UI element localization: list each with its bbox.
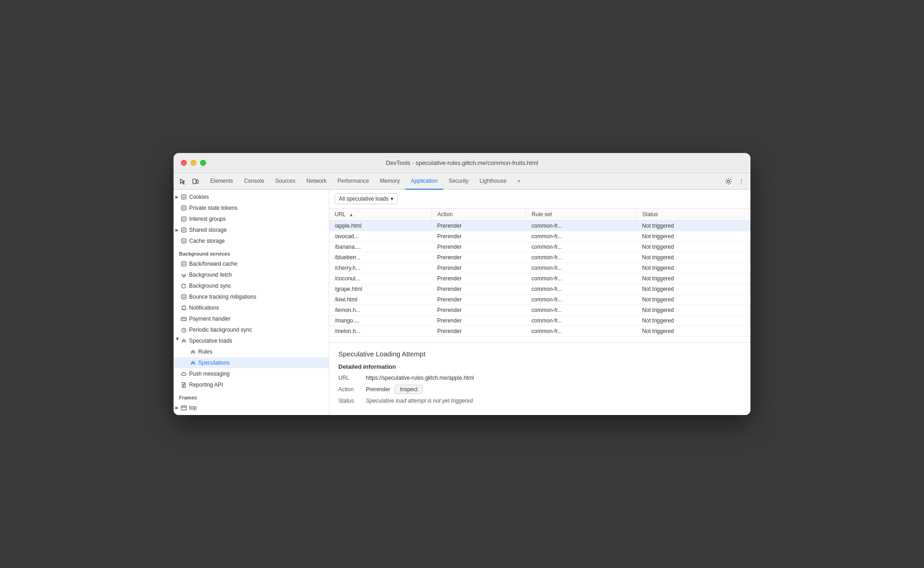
content-area: All speculative loads ▾ URL ▲ Act xyxy=(329,190,750,415)
table-row[interactable]: /melon.h... Prerender common-fr... Not t… xyxy=(329,326,750,337)
table-row[interactable]: /kiwi.html Prerender common-fr... Not tr… xyxy=(329,295,750,305)
svg-rect-37 xyxy=(181,406,186,410)
svg-point-10 xyxy=(181,209,186,211)
cell-url: /avocad... xyxy=(329,231,432,242)
sidebar-label-notifications: Notifications xyxy=(189,305,219,311)
tab-lighthouse[interactable]: Lighthouse xyxy=(474,173,512,190)
sidebar-item-background-sync[interactable]: ▶ Background sync xyxy=(174,280,329,291)
sidebar-label-top: top xyxy=(189,404,197,411)
svg-point-7 xyxy=(181,206,186,208)
detail-url-label: URL xyxy=(338,375,366,381)
sidebar-item-interest-groups[interactable]: ▶ Interest groups xyxy=(174,213,329,224)
cell-status: Not triggered xyxy=(636,273,750,284)
cell-ruleset: common-fr... xyxy=(526,273,637,284)
cell-action: Prerender xyxy=(432,316,526,326)
select-element-icon[interactable] xyxy=(177,176,188,187)
cell-action: Prerender xyxy=(432,305,526,316)
cell-ruleset: common-fr... xyxy=(526,231,637,242)
close-button[interactable] xyxy=(181,160,187,166)
sidebar-item-shared-storage[interactable]: ▶ Shared storage xyxy=(174,224,329,235)
sidebar-item-payment-handler[interactable]: ▶ Payment handler xyxy=(174,313,329,324)
tab-elements[interactable]: Elements xyxy=(205,173,239,190)
sidebar-item-speculative-loads[interactable]: ▶ Speculative loads xyxy=(174,335,329,346)
tab-more[interactable]: » xyxy=(512,173,526,190)
sidebar-label-reporting-api: Reporting API xyxy=(189,382,223,388)
cell-ruleset: common-fr... xyxy=(526,316,637,326)
filter-dropdown[interactable]: All speculative loads ▾ xyxy=(335,193,397,204)
sidebar-item-cookies[interactable]: ▶ Cookies xyxy=(174,191,329,202)
svg-point-18 xyxy=(181,231,186,233)
svg-point-26 xyxy=(181,265,186,267)
table-row[interactable]: /blueberr... Prerender common-fr... Not … xyxy=(329,252,750,263)
table-row[interactable]: /lemon.h... Prerender common-fr... Not t… xyxy=(329,305,750,316)
device-toolbar-icon[interactable] xyxy=(190,176,201,187)
cylinder-icon-4 xyxy=(180,226,187,234)
devtools-window: DevTools - speculative-rules.glitch.me/c… xyxy=(174,153,750,415)
cell-ruleset: common-fr... xyxy=(526,242,637,252)
tab-console[interactable]: Console xyxy=(239,173,270,190)
cylinder-icon-6 xyxy=(180,260,187,268)
minimize-button[interactable] xyxy=(190,160,196,166)
detail-status-value: Speculative load attempt is not yet trig… xyxy=(366,398,474,404)
more-options-icon[interactable]: ⋮ xyxy=(736,176,747,187)
zoom-button[interactable] xyxy=(200,160,206,166)
col-url[interactable]: URL ▲ xyxy=(329,208,432,221)
table-row[interactable]: /avocad... Prerender common-fr... Not tr… xyxy=(329,231,750,242)
sidebar-item-rules[interactable]: ▶ Rules xyxy=(174,346,329,357)
settings-icon[interactable] xyxy=(723,176,734,187)
cell-action: Prerender xyxy=(432,221,526,231)
cell-url: /apple.html xyxy=(329,221,432,231)
table-row[interactable]: /banana.... Prerender common-fr... Not t… xyxy=(329,242,750,252)
table-body: /apple.html Prerender common-fr... Not t… xyxy=(329,221,750,337)
svg-point-19 xyxy=(181,239,186,240)
cylinder-icon-3 xyxy=(180,215,187,223)
table-row[interactable]: /mango.... Prerender common-fr... Not tr… xyxy=(329,316,750,326)
sidebar-item-reporting-api[interactable]: ▶ Reporting API xyxy=(174,379,329,390)
sidebar-item-top-frame[interactable]: ▶ top xyxy=(174,402,329,413)
detail-url-value: https://speculative-rules.glitch.me/appl… xyxy=(366,375,474,381)
sidebar-item-speculations[interactable]: ▶ Speculations xyxy=(174,357,329,368)
col-status: Status xyxy=(636,208,750,221)
detail-subtitle: Detailed information xyxy=(338,363,741,370)
frame-icon xyxy=(180,404,187,411)
filter-label: All speculative loads xyxy=(339,196,389,202)
doc-icon xyxy=(180,381,187,388)
tab-performance[interactable]: Performance xyxy=(332,173,375,190)
sidebar-item-push-messaging[interactable]: ▶ Push messaging xyxy=(174,368,329,379)
sidebar-label-cookies: Cookies xyxy=(189,194,209,200)
sort-arrow-url: ▲ xyxy=(349,212,353,217)
cell-action: Prerender xyxy=(432,326,526,337)
svg-point-3 xyxy=(181,195,186,197)
detail-action-value: Prerender xyxy=(366,386,390,393)
rules-icon xyxy=(189,348,196,355)
cell-url: /coconut... xyxy=(329,273,432,284)
cylinder-icon-7 xyxy=(180,293,187,300)
cell-url: /banana.... xyxy=(329,242,432,252)
sidebar-item-back-forward-cache[interactable]: ▶ Back/forward cache xyxy=(174,258,329,269)
sidebar-item-cache-storage[interactable]: ▶ Cache storage xyxy=(174,235,329,246)
tab-sources[interactable]: Sources xyxy=(270,173,301,190)
cell-action: Prerender xyxy=(432,295,526,305)
cell-action: Prerender xyxy=(432,231,526,242)
sidebar-item-private-state-tokens[interactable]: ▶ Private state tokens xyxy=(174,202,329,213)
tab-memory[interactable]: Memory xyxy=(375,173,405,190)
table-row[interactable]: /coconut... Prerender common-fr... Not t… xyxy=(329,273,750,284)
tab-network[interactable]: Network xyxy=(301,173,332,190)
table-row[interactable]: /apple.html Prerender common-fr... Not t… xyxy=(329,221,750,231)
cell-url: /mango.... xyxy=(329,316,432,326)
detail-title: Speculative Loading Attempt xyxy=(338,350,741,358)
cell-ruleset: common-fr... xyxy=(526,263,637,273)
expand-arrow-top: ▶ xyxy=(174,404,180,411)
sidebar-item-background-fetch[interactable]: ▶ Background fetch xyxy=(174,269,329,280)
sidebar-label-cache-storage: Cache storage xyxy=(189,238,225,244)
tab-application[interactable]: Application xyxy=(405,173,443,190)
sidebar-item-notifications[interactable]: ▶ Notifications xyxy=(174,302,329,313)
sidebar-item-periodic-bg-sync[interactable]: ▶ Periodic background sync xyxy=(174,324,329,335)
table-row[interactable]: /cherry.h... Prerender common-fr... Not … xyxy=(329,263,750,273)
sidebar-item-bounce-tracking[interactable]: ▶ Bounce tracking mitigations xyxy=(174,291,329,302)
tab-security[interactable]: Security xyxy=(443,173,474,190)
table-row[interactable]: /grape.html Prerender common-fr... Not t… xyxy=(329,284,750,295)
cell-url: /kiwi.html xyxy=(329,295,432,305)
cell-status: Not triggered xyxy=(636,242,750,252)
inspect-button[interactable]: Inspect xyxy=(395,385,423,394)
